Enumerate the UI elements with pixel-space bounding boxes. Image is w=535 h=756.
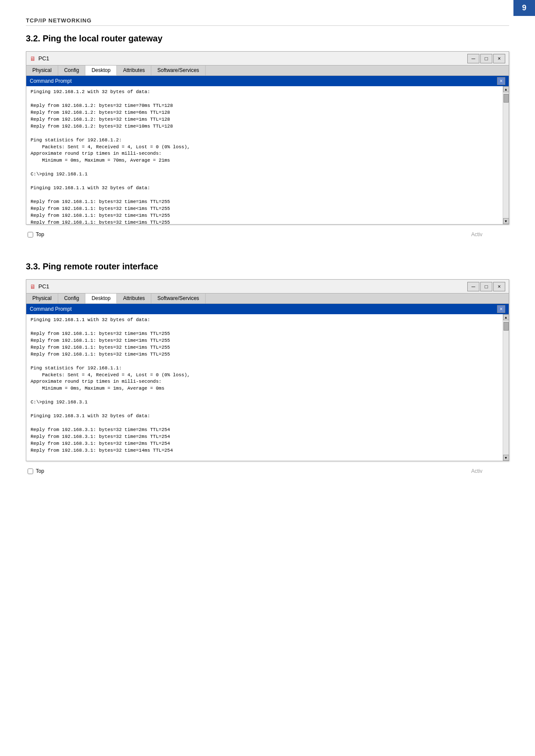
section-32-title: 3.2. Ping the local router gateway (26, 34, 509, 44)
maximize-button-32[interactable]: □ (480, 54, 492, 63)
top-checkbox-32[interactable] (28, 232, 33, 237)
cmd-body-32[interactable]: Pinging 192.168.1.2 with 32 bytes of dat… (26, 86, 509, 224)
activ-text-32: Activ (471, 231, 482, 237)
cmd-output-33: Pinging 192.168.1.1 with 32 bytes of dat… (31, 317, 504, 461)
bottom-bar-33: Top Activ (26, 465, 509, 477)
tab-desktop-33[interactable]: Desktop (85, 294, 117, 303)
maximize-button-33[interactable]: □ (480, 282, 492, 291)
scroll-thumb-32[interactable] (504, 94, 509, 103)
tab-bar-32: Physical Config Desktop Attributes Softw… (26, 66, 509, 76)
window-title-left-32: 🖥 PC1 (30, 55, 49, 62)
tab-software-services-32[interactable]: Software/Services (151, 66, 206, 75)
window-title-text-33: PC1 (38, 283, 49, 290)
pc-icon-32: 🖥 (30, 55, 36, 62)
window-controls-32[interactable]: ─ □ × (467, 54, 505, 63)
minimize-button-32[interactable]: ─ (467, 54, 479, 63)
scroll-thumb-33[interactable] (504, 322, 509, 331)
cmd-close-32[interactable]: × (497, 77, 505, 85)
scroll-down-33[interactable]: ▼ (503, 455, 509, 461)
pc1-window-33: 🖥 PC1 ─ □ × Physical Config Desktop Attr… (26, 279, 509, 461)
minimize-button-33[interactable]: ─ (467, 282, 479, 291)
cmd-label-32: Command Prompt (30, 78, 72, 84)
close-button-33[interactable]: × (493, 282, 505, 291)
activ-text-33: Activ (471, 468, 482, 474)
section-33-window-wrapper: 🖥 PC1 ─ □ × Physical Config Desktop Attr… (26, 279, 509, 477)
pc-icon-33: 🖥 (30, 283, 36, 290)
page-header: TCP/IP NETWORKING (26, 17, 509, 26)
tab-config-33[interactable]: Config (58, 294, 86, 303)
scroll-up-32[interactable]: ▲ (503, 86, 509, 92)
window-titlebar-33: 🖥 PC1 ─ □ × (26, 280, 509, 294)
window-titlebar-32: 🖥 PC1 ─ □ × (26, 52, 509, 66)
window-controls-33[interactable]: ─ □ × (467, 282, 505, 291)
top-label-32: Top (36, 231, 44, 237)
cmd-body-container-33: Pinging 192.168.1.1 with 32 bytes of dat… (26, 314, 509, 461)
tab-physical-32[interactable]: Physical (26, 66, 58, 75)
scrollbar-33[interactable]: ▲ ▼ (503, 314, 509, 461)
bottom-bar-32: Top Activ (26, 229, 509, 240)
tab-config-32[interactable]: Config (58, 66, 86, 75)
close-button-32[interactable]: × (493, 54, 505, 63)
tab-physical-33[interactable]: Physical (26, 294, 58, 303)
scroll-up-33[interactable]: ▲ (503, 314, 509, 320)
cmd-body-33[interactable]: Pinging 192.168.1.1 with 32 bytes of dat… (26, 314, 509, 461)
tab-software-services-33[interactable]: Software/Services (151, 294, 206, 303)
cmd-body-container-32: Pinging 192.168.1.2 with 32 bytes of dat… (26, 86, 509, 224)
cmd-close-33[interactable]: × (497, 305, 505, 313)
scrollbar-32[interactable]: ▲ ▼ (503, 86, 509, 224)
scroll-down-32[interactable]: ▼ (503, 218, 509, 224)
window-title-text-32: PC1 (38, 55, 49, 62)
cmd-header-32: Command Prompt × (26, 76, 509, 86)
tab-bar-33: Physical Config Desktop Attributes Softw… (26, 294, 509, 304)
section-33-title: 3.3. Ping remote router interface (26, 262, 509, 272)
tab-attributes-32[interactable]: Attributes (117, 66, 151, 75)
section-32-window-wrapper: 🖥 PC1 ─ □ × Physical Config Desktop Attr… (26, 51, 509, 240)
section-32: 3.2. Ping the local router gateway 🖥 PC1… (26, 34, 509, 240)
tab-attributes-33[interactable]: Attributes (117, 294, 151, 303)
cmd-header-33: Command Prompt × (26, 304, 509, 314)
cmd-label-33: Command Prompt (30, 306, 72, 312)
window-title-left-33: 🖥 PC1 (30, 283, 49, 290)
tab-desktop-32[interactable]: Desktop (85, 66, 117, 75)
page-number: 9 (513, 0, 535, 16)
section-33: 3.3. Ping remote router interface 🖥 PC1 … (26, 262, 509, 477)
top-label-33: Top (36, 468, 44, 474)
pc1-window-32: 🖥 PC1 ─ □ × Physical Config Desktop Attr… (26, 51, 509, 225)
top-checkbox-33[interactable] (28, 469, 33, 474)
cmd-output-32: Pinging 192.168.1.2 with 32 bytes of dat… (31, 89, 504, 224)
